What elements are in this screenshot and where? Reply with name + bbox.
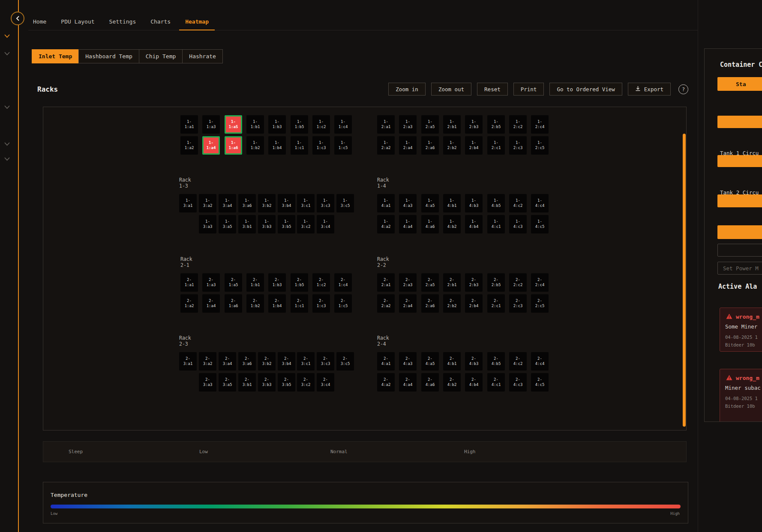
- miner-cell[interactable]: 1-1:a2: [180, 136, 198, 155]
- miner-cell[interactable]: 1-4:c2: [509, 194, 527, 212]
- miner-cell[interactable]: 2-3:a3: [199, 373, 216, 392]
- miner-cell[interactable]: 2-4:a1: [377, 352, 395, 371]
- miner-cell[interactable]: 1-2:c2: [509, 115, 527, 134]
- miner-cell[interactable]: 2-1:c3: [312, 294, 330, 313]
- nav-tab-pdu-layout[interactable]: PDU Layout: [61, 13, 94, 30]
- miner-cell[interactable]: 1-3:b5: [278, 215, 295, 233]
- miner-cell[interactable]: 1-2:c1: [487, 136, 505, 155]
- miner-cell[interactable]: 1-4:b1: [443, 194, 461, 212]
- miner-cell[interactable]: 1-1:b1: [246, 115, 264, 134]
- power-mode-apply-button[interactable]: [717, 225, 762, 239]
- miner-cell[interactable]: 2-4:c3: [509, 373, 527, 392]
- miner-cell[interactable]: 1-1:a6: [225, 136, 242, 155]
- miner-cell[interactable]: 2-2:b4: [465, 294, 483, 313]
- miner-cell[interactable]: 2-2:c2: [509, 273, 527, 292]
- rail-expander-chevron-down-icon[interactable]: [4, 51, 10, 56]
- rail-expander-chevron-down-icon[interactable]: [4, 34, 10, 38]
- miner-cell[interactable]: 1-2:b2: [443, 136, 461, 155]
- tab-hashboard-temp[interactable]: Hashboard Temp: [78, 49, 139, 63]
- miner-cell[interactable]: 1-3:a1: [179, 194, 197, 212]
- miner-cell[interactable]: 1-4:c3: [509, 215, 527, 233]
- miner-cell[interactable]: 1-2:b1: [443, 115, 461, 134]
- miner-cell[interactable]: 2-2:b2: [443, 294, 461, 313]
- miner-cell[interactable]: 1-2:b3: [465, 115, 483, 134]
- miner-cell[interactable]: 2-1:a6: [225, 294, 242, 313]
- miner-cell[interactable]: 1-2:c5: [531, 136, 549, 155]
- miner-cell[interactable]: 2-3:a5: [219, 373, 236, 392]
- miner-cell[interactable]: 1-4:a3: [399, 194, 417, 212]
- miner-cell[interactable]: 2-4:b2: [443, 373, 461, 392]
- miner-cell[interactable]: 2-1:c4: [334, 273, 352, 292]
- rail-expander-chevron-down-icon[interactable]: [4, 142, 10, 146]
- miner-cell[interactable]: 2-1:b4: [268, 294, 286, 313]
- miner-cell[interactable]: 2-3:a6: [238, 352, 256, 371]
- miner-cell[interactable]: 2-1:a2: [180, 294, 198, 313]
- nav-tab-settings[interactable]: Settings: [109, 13, 136, 30]
- miner-cell[interactable]: 2-1:b1: [246, 273, 264, 292]
- miner-cell[interactable]: 1-4:c1: [487, 215, 505, 233]
- miner-cell[interactable]: 1-3:c2: [297, 215, 315, 233]
- tab-inlet-temp[interactable]: Inlet Temp: [32, 49, 79, 63]
- miner-cell[interactable]: 1-4:a4: [399, 215, 417, 233]
- miner-cell[interactable]: 2-4:c5: [531, 373, 549, 392]
- help-icon[interactable]: ?: [678, 84, 688, 94]
- miner-cell[interactable]: 2-4:c2: [509, 352, 527, 371]
- miner-cell[interactable]: 1-2:a6: [421, 136, 439, 155]
- miner-cell[interactable]: 2-1:b5: [291, 273, 308, 292]
- miner-cell[interactable]: 2-4:a3: [399, 352, 417, 371]
- miner-cell[interactable]: 1-2:b4: [465, 136, 483, 155]
- miner-cell[interactable]: 2-2:c5: [531, 294, 549, 313]
- miner-cell[interactable]: 1-3:a4: [219, 194, 236, 212]
- miner-cell[interactable]: 2-1:a1: [180, 273, 198, 292]
- miner-cell[interactable]: 1-3:b4: [278, 194, 295, 212]
- zoom-out-button[interactable]: Zoom out: [431, 83, 471, 96]
- miner-cell[interactable]: 1-4:c5: [531, 215, 549, 233]
- miner-cell[interactable]: 2-4:c1: [487, 373, 505, 392]
- power-mode-secondary-button[interactable]: [717, 244, 762, 257]
- miner-cell[interactable]: 1-1:c4: [334, 115, 352, 134]
- tab-hashrate[interactable]: Hashrate: [182, 49, 223, 63]
- heatmap-vertical-scrollbar[interactable]: [683, 134, 686, 427]
- nav-tab-charts[interactable]: Charts: [150, 13, 171, 30]
- miner-cell[interactable]: 2-2:c3: [509, 294, 527, 313]
- miner-cell[interactable]: 1-4:b3: [465, 194, 483, 212]
- miner-cell[interactable]: 2-3:b5: [278, 373, 295, 392]
- miner-cell[interactable]: 2-2:a5: [421, 273, 439, 292]
- miner-cell[interactable]: 1-2:c4: [531, 115, 549, 134]
- alarm-card[interactable]: wrong_m Miner subac 04-08-2025 1 Bitdeer…: [720, 369, 762, 422]
- miner-cell[interactable]: 2-3:c1: [297, 352, 315, 371]
- miner-cell[interactable]: 1-3:b1: [238, 215, 256, 233]
- miner-cell[interactable]: 1-1:c5: [334, 136, 352, 155]
- print-button[interactable]: Print: [513, 83, 544, 96]
- miner-cell[interactable]: 2-1:c1: [291, 294, 308, 313]
- miner-cell[interactable]: 1-2:a4: [399, 136, 417, 155]
- miner-cell[interactable]: 2-1:b3: [268, 273, 286, 292]
- miner-cell[interactable]: 2-4:b4: [465, 373, 483, 392]
- miner-cell[interactable]: 1-1:b3: [268, 115, 286, 134]
- nav-tab-heatmap[interactable]: Heatmap: [179, 13, 215, 30]
- miner-cell[interactable]: 1-4:a6: [421, 215, 439, 233]
- miner-cell[interactable]: 1-4:c4: [531, 194, 549, 212]
- miner-cell[interactable]: 1-3:c5: [336, 194, 354, 212]
- miner-cell[interactable]: 2-2:b3: [465, 273, 483, 292]
- miner-cell[interactable]: 2-2:a4: [399, 294, 417, 313]
- miner-cell[interactable]: 2-3:b2: [258, 352, 276, 371]
- miner-cell[interactable]: 2-3:b1: [238, 373, 256, 392]
- set-power-input[interactable]: [717, 262, 762, 275]
- miner-cell[interactable]: 2-3:a1: [179, 352, 197, 371]
- miner-cell[interactable]: 2-4:c4: [531, 352, 549, 371]
- export-button[interactable]: Export: [628, 83, 671, 96]
- miner-cell[interactable]: 1-1:c3: [312, 136, 330, 155]
- miner-cell[interactable]: 2-1:a4: [202, 294, 220, 313]
- miner-cell[interactable]: 1-1:a5: [225, 115, 242, 134]
- miner-cell[interactable]: 1-3:b2: [258, 194, 276, 212]
- tank2-action-button[interactable]: [717, 155, 762, 167]
- miner-cell[interactable]: 2-4:a4: [399, 373, 417, 392]
- miner-cell[interactable]: 1-2:a3: [399, 115, 417, 134]
- miner-cell[interactable]: 2-2:a1: [377, 273, 395, 292]
- miner-cell[interactable]: 1-2:a5: [421, 115, 439, 134]
- miner-cell[interactable]: 1-3:c3: [317, 194, 334, 212]
- miner-cell[interactable]: 2-2:b1: [443, 273, 461, 292]
- miner-cell[interactable]: 1-4:a1: [377, 194, 395, 212]
- miner-cell[interactable]: 2-4:b5: [487, 352, 505, 371]
